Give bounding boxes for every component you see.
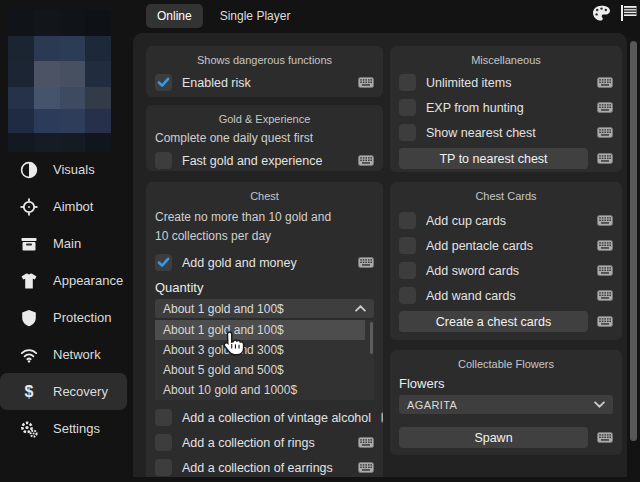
flowers-label: Flowers [390, 376, 622, 391]
panel-miscellaneous: Miscellaneous Unlimited items EXP from h… [390, 46, 622, 172]
palette-icon[interactable] [592, 5, 611, 26]
panel-gold-experience: Gold & Experience Complete one daily que… [146, 105, 383, 171]
toggle-label: Add pentacle cards [426, 239, 587, 253]
checkbox-unchecked[interactable] [399, 74, 416, 91]
sidebar-item-label: Network [53, 347, 101, 362]
svg-text:$: $ [25, 383, 34, 400]
chevron-up-icon [355, 305, 366, 312]
crosshair-icon [19, 197, 39, 217]
sidebar-item-appearance[interactable]: Appearance [0, 262, 127, 299]
toggle-collection-alcohol: Add a collection of vintage alcohol [146, 405, 383, 430]
toggle-label: Add gold and money [182, 256, 348, 270]
sidebar-item-label: Visuals [53, 162, 95, 177]
sidebar-item-label: Appearance [53, 273, 123, 288]
toggle-sword-cards: Add sword cards [390, 258, 622, 283]
checkbox-checked[interactable] [155, 254, 172, 271]
checkbox-unchecked[interactable] [399, 99, 416, 116]
sidebar-item-label: Recovery [53, 384, 108, 399]
dollar-icon: $ [19, 382, 39, 402]
toggle-unlimited-items: Unlimited items [390, 70, 622, 95]
tab-single-player[interactable]: Single Player [211, 4, 300, 28]
panel-title: Chest [146, 182, 383, 202]
checkbox-unchecked[interactable] [155, 459, 172, 476]
contrast-icon [19, 160, 39, 180]
hotkey-bind-icon[interactable] [597, 102, 613, 113]
hotkey-bind-icon[interactable] [381, 412, 383, 423]
sidebar-item-settings[interactable]: Settings [0, 410, 127, 447]
sidebar-item-aimbot[interactable]: Aimbot [0, 188, 127, 225]
toggle-label: Add a collection of vintage alcohol [182, 411, 371, 425]
checkbox-unchecked[interactable] [155, 409, 172, 426]
hotkey-bind-icon[interactable] [358, 77, 374, 88]
checkbox-unchecked[interactable] [399, 212, 416, 229]
toggle-label: Add wand cards [426, 289, 587, 303]
sidebar: Visuals Aimbot Main Appearance [0, 0, 133, 482]
checkbox-unchecked[interactable] [155, 434, 172, 451]
hotkey-bind-icon[interactable] [597, 127, 613, 138]
checkbox-unchecked[interactable] [399, 262, 416, 279]
hotkey-bind-icon[interactable] [597, 290, 613, 301]
hotkey-bind-icon[interactable] [597, 316, 613, 327]
hotkey-bind-icon[interactable] [597, 240, 613, 251]
checkbox-unchecked[interactable] [399, 287, 416, 304]
checkbox-unchecked[interactable] [155, 152, 172, 169]
panel-collectable-flowers: Collectable Flowers Flowers AGARITA Spaw… [390, 350, 622, 455]
toggle-label: Fast gold and experience [182, 154, 348, 168]
shield-icon [19, 308, 39, 328]
quantity-select[interactable]: About 1 gold and 100$ [155, 299, 374, 318]
toggle-label: Unlimited items [426, 76, 587, 90]
sidebar-item-label: Main [53, 236, 81, 251]
checkbox-unchecked[interactable] [399, 237, 416, 254]
sidebar-item-protection[interactable]: Protection [0, 299, 127, 336]
checkbox-unchecked[interactable] [399, 124, 416, 141]
sidebar-item-label: Aimbot [53, 199, 93, 214]
tab-online[interactable]: Online [146, 4, 203, 28]
spawn-button[interactable]: Spawn [399, 427, 588, 448]
language-flag-icon[interactable] [619, 4, 638, 26]
sidebar-item-recovery[interactable]: $ Recovery [0, 373, 127, 410]
sidebar-item-network[interactable]: Network [0, 336, 127, 373]
sidebar-item-label: Settings [53, 421, 100, 436]
panel-subtitle: Complete one daily quest first [146, 129, 383, 148]
hotkey-bind-icon[interactable] [597, 265, 613, 276]
dropdown-option[interactable]: About 5 gold and 500$ [155, 360, 374, 380]
hotkey-bind-icon[interactable] [597, 77, 613, 88]
dropdown-option[interactable]: About 1 gold and 100$ [155, 320, 365, 340]
hotkey-bind-icon[interactable] [358, 437, 374, 448]
hotkey-bind-icon[interactable] [597, 153, 613, 164]
tp-nearest-chest-row: TP to nearest chest [390, 148, 622, 169]
toggle-label: Add a collection of earrings [182, 461, 348, 475]
hotkey-bind-icon[interactable] [597, 432, 613, 443]
blurred-logo [8, 10, 111, 152]
toggle-collection-earrings: Add a collection of earrings [146, 455, 383, 477]
content-scrollbar-thumb[interactable] [630, 41, 637, 441]
toggle-enabled-risk: Enabled risk [146, 70, 383, 95]
checkbox-checked[interactable] [155, 74, 172, 91]
hotkey-bind-icon[interactable] [358, 155, 374, 166]
panel-title: Collectable Flowers [390, 350, 622, 370]
sidebar-item-main[interactable]: Main [0, 225, 127, 262]
panel-chest: Chest Create no more than 10 gold and 10… [146, 182, 383, 477]
dropdown-option[interactable]: About 10 gold and 1000$ [155, 380, 374, 400]
create-chest-cards-button[interactable]: Create a chest cards [399, 311, 588, 332]
create-chest-cards-row: Create a chest cards [390, 311, 622, 332]
hotkey-bind-icon[interactable] [358, 462, 374, 473]
chest-note-line2: 10 collections per day [146, 227, 383, 246]
toggle-label: Add cup cards [426, 214, 587, 228]
dropdown-scrollbar-thumb[interactable] [370, 322, 373, 354]
hotkey-bind-icon[interactable] [358, 257, 374, 268]
flowers-select-value: AGARITA [407, 399, 457, 411]
tp-nearest-chest-button[interactable]: TP to nearest chest [399, 148, 588, 169]
panel-dangerous-functions: Shows dangerous functions Enabled risk [146, 46, 383, 97]
toggle-cup-cards: Add cup cards [390, 208, 622, 233]
chevron-down-icon [594, 401, 605, 408]
gears-icon [19, 419, 39, 439]
wifi-icon [19, 345, 39, 365]
app-window: Visuals Aimbot Main Appearance [0, 0, 640, 482]
flowers-select[interactable]: AGARITA [399, 395, 613, 414]
toggle-pentacle-cards: Add pentacle cards [390, 233, 622, 258]
panel-title: Shows dangerous functions [146, 46, 383, 66]
dropdown-option[interactable]: About 3 gold and 300$ [155, 340, 374, 360]
hotkey-bind-icon[interactable] [597, 215, 613, 226]
sidebar-item-visuals[interactable]: Visuals [0, 151, 127, 188]
